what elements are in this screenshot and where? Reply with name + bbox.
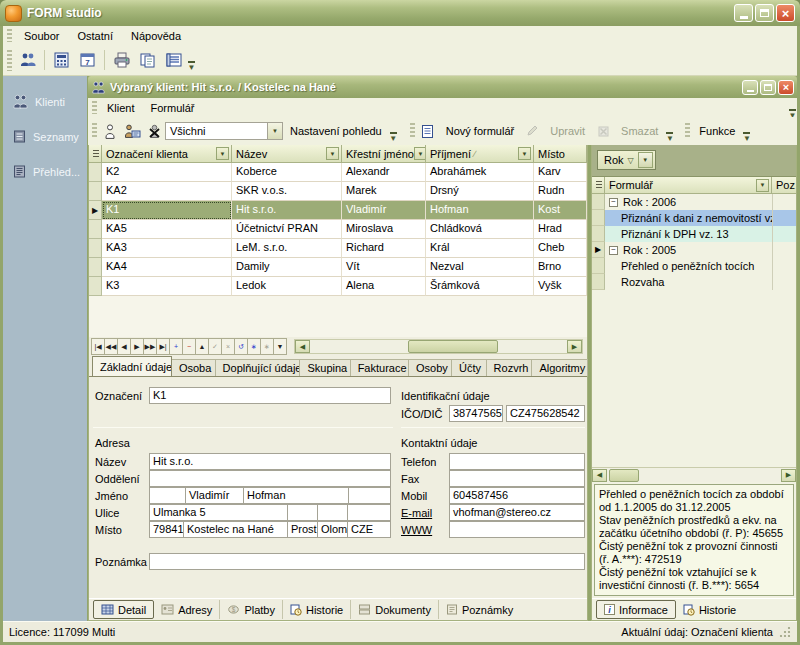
nav-prior-page-button[interactable]: ◀◀	[104, 338, 118, 355]
ulice-field-4[interactable]	[347, 504, 391, 521]
table-cell[interactable]: KA2	[102, 182, 232, 201]
stat-field[interactable]: CZE	[347, 521, 391, 538]
scrollbar-track[interactable]	[607, 469, 781, 482]
misto-field[interactable]: Kostelec na Hané	[183, 521, 288, 538]
tab-fakturace[interactable]: Fakturace	[350, 359, 409, 376]
copy-button[interactable]	[135, 48, 160, 73]
tab-dokumenty[interactable]: Dokumenty	[351, 600, 439, 619]
ulice-field-3[interactable]	[317, 504, 348, 521]
edit-form-icon-button[interactable]	[521, 120, 543, 142]
table-row[interactable]: K2 Koberce Alexandr Abrahámek Karv	[89, 163, 587, 182]
table-cell[interactable]: Kost	[534, 201, 587, 220]
telefon-field[interactable]	[449, 453, 585, 470]
column-header-oznaceni[interactable]: Označení klienta▼	[102, 145, 232, 163]
toolbar-overflow-button[interactable]: ▼	[742, 120, 751, 142]
planner-button[interactable]: 7	[75, 48, 100, 73]
toolbar-grip[interactable]	[7, 50, 12, 71]
nav-delete-button[interactable]: −	[182, 338, 196, 355]
column-header-poznamka[interactable]: Poz	[772, 177, 796, 194]
grid-properties-button[interactable]	[89, 145, 102, 163]
new-form-button[interactable]: Nový formulář	[439, 122, 521, 140]
form-row[interactable]: Přehled o peněžních tocích	[592, 258, 796, 274]
group-by-bar[interactable]: Rok ▽ ▼	[592, 145, 796, 177]
view-settings-button[interactable]: Nastavení pohledu	[283, 122, 389, 140]
email-link-label[interactable]: E-mail	[401, 507, 432, 519]
table-cell[interactable]: Rudn	[534, 182, 587, 201]
table-cell[interactable]: Drsný	[426, 182, 534, 201]
ulice-field[interactable]: Ulmanka 5	[149, 504, 288, 521]
table-cell[interactable]: Nezval	[426, 258, 534, 277]
sidebar-item-seznamy[interactable]: Seznamy	[3, 123, 87, 150]
table-cell[interactable]: LeM. s.r.o.	[232, 239, 342, 258]
print-button[interactable]	[109, 48, 134, 73]
mobil-field[interactable]: 604587456	[449, 487, 585, 504]
table-cell[interactable]: Šrámková	[426, 277, 534, 296]
table-cell[interactable]: Hofman	[426, 201, 534, 220]
delete-form-icon-button[interactable]	[592, 120, 614, 142]
table-cell[interactable]: Brno	[534, 258, 587, 277]
table-cell[interactable]: KA4	[102, 258, 232, 277]
view-filter-combo[interactable]: Všichni ▼	[165, 122, 283, 140]
nazev-field[interactable]: Hit s.r.o.	[149, 453, 391, 470]
nav-edit-button[interactable]: ▲	[195, 338, 209, 355]
new-form-icon-button[interactable]	[417, 120, 439, 142]
table-cell[interactable]: Účetnictví PRAN	[232, 220, 342, 239]
grid-properties-button[interactable]	[592, 177, 605, 194]
table-cell[interactable]: KA3	[102, 239, 232, 258]
scrollbar-track[interactable]	[310, 340, 567, 353]
delete-client-button[interactable]	[143, 120, 165, 142]
table-cell[interactable]: Alexandr	[342, 163, 426, 182]
new-client-button[interactable]	[99, 120, 121, 142]
group-row[interactable]: ▶ −Rok : 2005	[592, 242, 796, 258]
ulice-field-2[interactable]	[287, 504, 318, 521]
table-row[interactable]: KA2 SKR v.o.s. Marek Drsný Rudn	[89, 182, 587, 201]
nav-goto-bookmark-button[interactable]: ∗	[260, 338, 274, 355]
www-link-label[interactable]: WWW	[401, 524, 432, 536]
toolbar-overflow-button[interactable]: ▼	[665, 120, 674, 142]
okres-field[interactable]: Prost	[287, 521, 318, 538]
delete-form-button[interactable]: Smazat	[614, 122, 665, 140]
filter-dropdown-button[interactable]: ▼	[638, 152, 653, 168]
table-cell[interactable]: Abrahámek	[426, 163, 534, 182]
tab-ucty[interactable]: Účty	[451, 359, 486, 376]
tab-informace[interactable]: i Informace	[596, 600, 676, 619]
combo-dropdown-button[interactable]: ▼	[267, 123, 282, 139]
column-header-krestni[interactable]: Křestní jméno▼	[342, 145, 426, 163]
toolbar-grip[interactable]	[685, 123, 690, 140]
toolbar-grip[interactable]	[7, 29, 12, 42]
filter-dropdown-button[interactable]: ▼	[216, 147, 229, 160]
tab-adresy[interactable]: Adresy	[154, 600, 220, 619]
table-cell[interactable]: KA5	[102, 220, 232, 239]
table-cell[interactable]: SKR v.o.s.	[232, 182, 342, 201]
tab-doplnujici-udaje[interactable]: Doplňující údaje	[215, 359, 301, 376]
table-cell[interactable]: Hit s.r.o.	[232, 201, 342, 220]
ico-field[interactable]: 38747565	[449, 405, 503, 422]
table-cell[interactable]: K2	[102, 163, 232, 182]
oddeleni-field[interactable]	[149, 470, 391, 487]
toolbar-grip[interactable]	[410, 123, 415, 140]
nav-insert-button[interactable]: +	[169, 338, 183, 355]
group-by-chip-rok[interactable]: Rok ▽ ▼	[597, 150, 656, 170]
form-row[interactable]: Rozvaha	[592, 274, 796, 290]
forms-horizontal-scrollbar[interactable]: ◀ ▶	[592, 467, 796, 482]
scroll-right-button[interactable]: ▶	[567, 340, 582, 353]
menu-ostatni[interactable]: Ostatní	[69, 28, 120, 44]
table-row[interactable]: KA3 LeM. s.r.o. Richard Král Cheb	[89, 239, 587, 258]
toolbar-grip[interactable]	[92, 123, 97, 140]
nav-cancel-button[interactable]: ×	[221, 338, 235, 355]
form-label[interactable]: Rozvaha	[605, 274, 772, 290]
menu-formular[interactable]: Formulář	[143, 100, 203, 116]
toolbar-overflow-button[interactable]: ▼	[389, 120, 398, 142]
filter-dropdown-button[interactable]: ▼	[326, 147, 339, 160]
tab-platby[interactable]: $ Platby	[220, 600, 283, 619]
prijmeni-field[interactable]: Hofman	[243, 487, 349, 504]
titul-field[interactable]	[149, 487, 186, 504]
tab-historie-right[interactable]: Historie	[676, 600, 743, 619]
toolbar-overflow-button[interactable]: ▼	[187, 49, 196, 71]
nav-next-page-button[interactable]: ▶▶	[143, 338, 157, 355]
nav-first-button[interactable]: |◀	[91, 338, 105, 355]
titul2-field[interactable]	[348, 487, 391, 504]
nav-last-button[interactable]: ▶|	[156, 338, 170, 355]
form-row-selected[interactable]: Přiznání k dani z nemovitostí vz	[592, 210, 796, 226]
table-cell[interactable]: Miroslava	[342, 220, 426, 239]
